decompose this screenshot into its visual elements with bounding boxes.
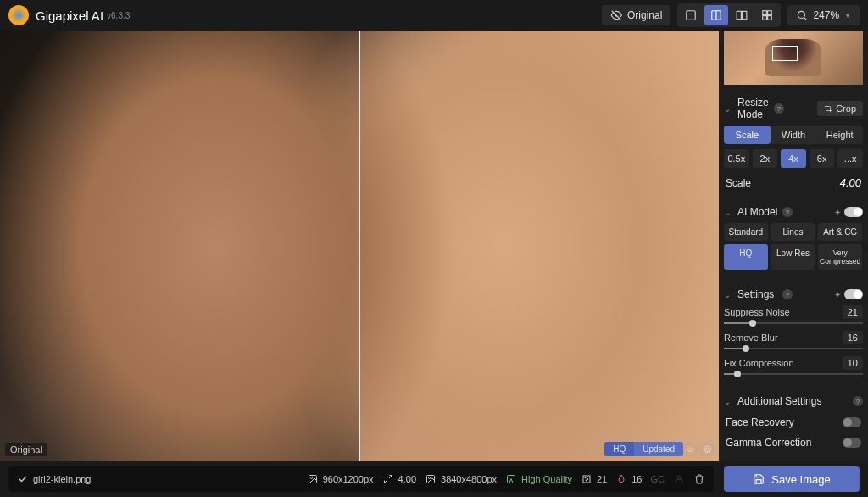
help-icon[interactable]: ?	[774, 103, 784, 114]
remove-blur-value: 16	[843, 331, 863, 344]
app-header: Gigapixel AI v6.3.3 Original	[0, 0, 868, 31]
settings-auto-toggle[interactable]	[844, 289, 863, 299]
svg-point-12	[310, 477, 312, 479]
svg-rect-7	[763, 16, 767, 20]
view-mode-grid[interactable]	[755, 5, 779, 25]
svg-point-9	[798, 11, 805, 18]
chevron-down-icon: ▼	[844, 12, 851, 20]
view-mode-split[interactable]	[704, 5, 728, 25]
settings-header[interactable]: ⌄ Settings ? ✦	[724, 283, 863, 305]
scale-custom[interactable]: ...x	[837, 149, 863, 168]
resize-mode-header[interactable]: ⌄ Resize Mode ? Crop	[724, 92, 863, 126]
fix-compression-label: Fix Compression	[724, 358, 794, 368]
app-version: v6.3.3	[107, 11, 130, 20]
model-hq[interactable]: HQ	[724, 244, 768, 270]
quality-item: High Quality	[505, 473, 572, 485]
sparkle-icon[interactable]: ✦	[834, 208, 841, 217]
scale-0-5x[interactable]: 0.5x	[724, 149, 749, 168]
zoom-value: 247%	[813, 9, 839, 21]
crop-button[interactable]: Crop	[817, 101, 863, 116]
view-mode-side[interactable]	[730, 5, 754, 25]
gc-indicator: GC	[651, 474, 665, 484]
scale-4x[interactable]: 4x	[781, 149, 806, 168]
resize-tab-width[interactable]: Width	[771, 126, 817, 144]
app-logo	[8, 5, 29, 25]
svg-point-19	[586, 480, 587, 481]
ai-model-header[interactable]: ⌄ AI Model ? ✦	[724, 201, 863, 223]
remove-blur-label: Remove Blur	[724, 332, 778, 343]
scale-item: 4.00	[382, 473, 416, 485]
model-art-cg[interactable]: Art & CG	[818, 223, 862, 241]
noise-value: 21	[597, 474, 607, 484]
svg-point-14	[429, 477, 431, 479]
scale-2x[interactable]: 2x	[753, 149, 778, 168]
ai-model-title: AI Model	[737, 206, 779, 218]
feedback-happy-icon[interactable]: ☺	[683, 443, 697, 456]
svg-rect-8	[768, 16, 772, 20]
resize-tab-height[interactable]: Height	[816, 126, 863, 144]
settings-title: Settings	[737, 288, 779, 300]
delete-icon[interactable]	[693, 473, 705, 485]
help-icon[interactable]: ?	[782, 289, 793, 299]
fix-compression-track[interactable]	[724, 373, 863, 375]
gamma-correction-toggle[interactable]	[843, 438, 861, 448]
face-recovery-row: Face Recovery	[724, 412, 863, 433]
help-icon[interactable]: ?	[853, 396, 863, 406]
scale-value: 4.00	[840, 176, 861, 189]
model-low-res[interactable]: Low Res	[771, 244, 815, 270]
filename: girl2-klein.png	[33, 474, 91, 484]
svg-point-17	[585, 477, 586, 478]
blur-value: 16	[632, 474, 642, 484]
view-mode-single[interactable]	[679, 5, 703, 25]
face-recovery-toggle[interactable]	[843, 417, 861, 427]
app-title: Gigapixel AI	[36, 8, 103, 23]
viewer-original-label: Original	[5, 443, 47, 456]
scale-display: 4.00	[398, 474, 416, 484]
image-icon	[307, 473, 319, 485]
thumbnail-navigator[interactable]	[724, 31, 863, 85]
resize-tab-scale[interactable]: Scale	[724, 126, 771, 144]
help-icon[interactable]: ?	[782, 207, 793, 217]
fix-compression-value: 10	[843, 356, 863, 370]
svg-rect-5	[763, 11, 767, 15]
scale-6x[interactable]: 6x	[810, 149, 835, 168]
split-divider[interactable]	[359, 31, 360, 461]
save-icon	[753, 473, 765, 485]
zoom-control[interactable]: 247% ▼	[787, 5, 860, 25]
resize-mode-title: Resize Mode	[737, 97, 771, 120]
face-indicator-icon	[673, 473, 685, 485]
additional-settings-title: Additional Settings	[737, 395, 849, 407]
suppress-noise-track[interactable]	[724, 322, 863, 324]
image-viewer[interactable]: Original HQ Updated ☺ ☹	[0, 31, 719, 461]
save-image-button[interactable]: Save Image	[724, 466, 860, 492]
chevron-down-icon: ⌄	[724, 397, 732, 406]
model-very-compressed[interactable]: Very Compressed	[818, 244, 862, 270]
model-standard[interactable]: Standard	[724, 223, 768, 241]
suppress-noise-value: 21	[843, 305, 863, 319]
filename-item: girl2-klein.png	[17, 473, 91, 485]
blur-icon	[615, 473, 627, 485]
scale-label: Scale	[726, 177, 751, 189]
scale-presets: 0.5x 2x 4x 6x ...x	[724, 149, 863, 168]
svg-line-10	[804, 17, 807, 20]
chevron-down-icon: ⌄	[724, 104, 732, 114]
sparkle-icon[interactable]: ✦	[834, 290, 841, 299]
feedback-sad-icon[interactable]: ☹	[700, 443, 714, 456]
gamma-correction-label: Gamma Correction	[726, 437, 811, 449]
check-icon	[17, 473, 29, 485]
remove-blur-track[interactable]	[724, 348, 863, 349]
svg-rect-3	[737, 11, 742, 19]
model-lines[interactable]: Lines	[771, 223, 815, 241]
original-toggle[interactable]: Original	[602, 5, 670, 25]
hq-updated-badge: HQ Updated	[604, 442, 683, 456]
suppress-noise-label: Suppress Noise	[724, 307, 790, 317]
svg-rect-0	[687, 11, 696, 20]
view-mode-group	[677, 3, 781, 27]
settings-sidebar: ⌄ Resize Mode ? Crop Scale Width Height …	[719, 31, 868, 461]
quality-label: High Quality	[521, 474, 572, 484]
resize-tabs: Scale Width Height	[724, 126, 863, 144]
additional-settings-header[interactable]: ⌄ Additional Settings ?	[724, 390, 863, 412]
thumbnail-viewport[interactable]	[772, 46, 798, 61]
file-info-bar: girl2-klein.png 960x1200px 4.00 3840x480…	[8, 466, 714, 492]
ai-model-auto-toggle[interactable]	[844, 207, 863, 217]
